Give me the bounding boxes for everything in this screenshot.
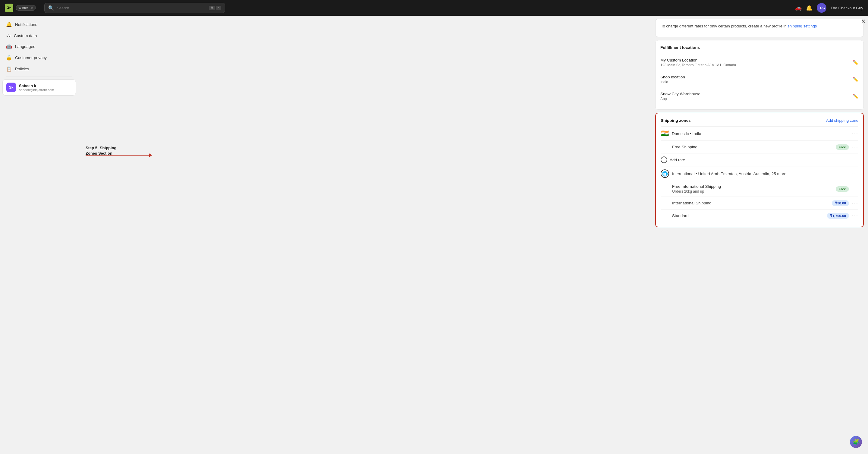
location-address: App xyxy=(660,97,701,101)
location-row-shop: Shop location India ✏️ xyxy=(660,71,859,88)
user-card-avatar: Sk xyxy=(6,83,16,92)
rate-info: Free International Shipping Orders 20kg … xyxy=(672,184,721,193)
rate-info: Standard xyxy=(672,213,689,218)
search-bar[interactable]: 🔍 ⌘ K xyxy=(44,3,225,13)
location-address: 123 Main St, Toronto Ontario A1A 1A1, Ca… xyxy=(660,63,736,67)
india-flag-icon: 🇮🇳 xyxy=(661,130,669,138)
winter-badge: Winter '25 xyxy=(16,5,36,10)
free-badge: Free xyxy=(836,144,849,150)
free-shipping-rate-row: Free Shipping Free ··· xyxy=(661,141,858,153)
rate-menu[interactable]: ··· xyxy=(852,144,858,150)
car-icon[interactable]: 🚗 xyxy=(795,4,802,11)
fulfillment-title: Fulfillment locations xyxy=(660,45,859,50)
standard-rate-row: Standard ₹1,700.00 ··· xyxy=(661,209,858,222)
sidebar-item-label: Custom data xyxy=(14,33,37,38)
rate-menu[interactable]: ··· xyxy=(852,186,858,192)
step-label: Step 5: ShippingZones Section xyxy=(86,145,117,156)
location-row-snow: Snow City Warehouse App ✏️ xyxy=(660,88,859,104)
zone-flag-info: 🇮🇳 Domestic • India xyxy=(661,130,701,138)
user-card-email: sabeeh@ninjafront.com xyxy=(19,88,54,92)
policies-icon: 📋 xyxy=(6,66,12,72)
cmd-key: ⌘ xyxy=(209,6,215,10)
sidebar-divider xyxy=(6,77,72,77)
rate-name: Free International Shipping xyxy=(672,184,721,189)
rate-menu[interactable]: ··· xyxy=(852,213,858,219)
rate-right: ₹1,700.00 ··· xyxy=(827,213,858,219)
sidebar-item-label: Customer privacy xyxy=(15,56,47,60)
user-card-name: Sabeeh k xyxy=(19,84,54,88)
rate-info: International Shipping xyxy=(672,201,712,205)
sidebar-item-notifications[interactable]: 🔔 Notifications xyxy=(2,19,76,30)
bell-sidebar-icon: 🔔 xyxy=(6,22,12,27)
sidebar-item-policies[interactable]: 📋 Policies xyxy=(2,64,76,74)
sidebar: 🔔 Notifications 🗂 Custom data 🤖 Language… xyxy=(0,16,79,454)
search-input[interactable] xyxy=(57,6,207,10)
user-name-label: The Checkout Guy xyxy=(831,6,863,10)
price-badge: ₹30.00 xyxy=(832,200,849,206)
shipping-zones-card: Shipping zones Add shipping zone 🇮🇳 Dome… xyxy=(655,113,864,227)
location-name: Shop location xyxy=(660,75,685,79)
arrow-indicator xyxy=(86,155,152,156)
international-zone-menu[interactable]: ··· xyxy=(852,171,858,177)
user-card-info: Sabeeh k sabeeh@ninjafront.com xyxy=(19,84,54,92)
rate-info: Free Shipping xyxy=(672,145,698,149)
plus-icon: + xyxy=(661,156,667,163)
close-button[interactable]: ✕ xyxy=(861,18,866,25)
location-name: My Custom Location xyxy=(660,58,736,62)
location-row-custom: My Custom Location 123 Main St, Toronto … xyxy=(660,54,859,71)
add-shipping-zone-link[interactable]: Add shipping zone xyxy=(826,118,858,123)
help-icon[interactable]: 🧩 xyxy=(850,436,862,448)
rate-right: ₹30.00 ··· xyxy=(832,200,858,206)
logo-area[interactable]: 🛍 Winter '25 xyxy=(5,4,36,12)
sidebar-item-custom-data[interactable]: 🗂 Custom data xyxy=(2,30,76,41)
rate-menu[interactable]: ··· xyxy=(852,200,858,206)
edit-icon-shop[interactable]: ✏️ xyxy=(852,77,859,82)
sidebar-item-label: Languages xyxy=(15,44,35,49)
international-zone-group: 🌐 International • United Arab Emirates, … xyxy=(661,166,858,222)
location-info: Shop location India xyxy=(660,75,685,84)
price-badge-std: ₹1,700.00 xyxy=(827,213,849,219)
languages-icon: 🤖 xyxy=(6,44,12,50)
top-navigation: 🛍 Winter '25 🔍 ⌘ K 🚗 🔔 TCG The Checkout … xyxy=(0,0,868,16)
rate-name: Standard xyxy=(672,213,689,218)
location-name: Snow City Warehouse xyxy=(660,92,701,96)
page-layout: 🔔 Notifications 🗂 Custom data 🤖 Language… xyxy=(0,16,868,454)
location-info: My Custom Location 123 Main St, Toronto … xyxy=(660,58,736,67)
search-icon: 🔍 xyxy=(48,5,54,11)
domestic-zone-group: 🇮🇳 Domestic • India ··· Free Shipping Fr… xyxy=(661,126,858,166)
k-key: K xyxy=(216,6,221,10)
globe-icon: 🌐 xyxy=(661,170,669,178)
lock-icon: 🔒 xyxy=(6,55,12,61)
user-card[interactable]: Sk Sabeeh k sabeeh@ninjafront.com xyxy=(2,79,76,96)
free-intl-rate-row: Free International Shipping Orders 20kg … xyxy=(661,181,858,196)
rate-sub: Orders 20kg and up xyxy=(672,189,721,193)
domestic-zone-name: Domestic • India xyxy=(672,131,701,136)
info-card: To charge different rates for only certa… xyxy=(655,19,864,37)
zone-flag-info: 🌐 International • United Arab Emirates, … xyxy=(661,170,786,178)
domestic-zone-row: 🇮🇳 Domestic • India ··· xyxy=(661,126,858,141)
bell-icon[interactable]: 🔔 xyxy=(806,4,812,11)
shipping-settings-link[interactable]: shipping settings xyxy=(787,24,817,28)
fulfillment-card: Fulfillment locations My Custom Location… xyxy=(655,40,864,110)
sidebar-item-customer-privacy[interactable]: 🔒 Customer privacy xyxy=(2,53,76,63)
international-zone-name: International • United Arab Emirates, Au… xyxy=(672,172,786,176)
user-avatar[interactable]: TCG xyxy=(817,3,827,13)
zones-header: Shipping zones Add shipping zone xyxy=(661,118,858,123)
edit-icon-custom[interactable]: ✏️ xyxy=(852,60,859,65)
shopify-logo-icon: 🛍 xyxy=(5,4,13,12)
search-shortcut: ⌘ K xyxy=(209,6,221,10)
edit-icon-snow[interactable]: ✏️ xyxy=(852,93,859,99)
nav-right: 🚗 🔔 TCG The Checkout Guy xyxy=(795,3,863,13)
add-rate-label: Add rate xyxy=(670,158,685,162)
zones-title: Shipping zones xyxy=(661,118,691,123)
rate-right: Free ··· xyxy=(836,186,858,192)
sidebar-item-languages[interactable]: 🤖 Languages xyxy=(2,41,76,52)
sidebar-item-label: Notifications xyxy=(15,22,37,27)
location-info: Snow City Warehouse App xyxy=(660,92,701,101)
domestic-zone-menu[interactable]: ··· xyxy=(852,130,858,137)
info-text: To charge different rates for only certa… xyxy=(660,24,859,32)
sidebar-item-label: Policies xyxy=(15,67,29,71)
add-rate-row[interactable]: + Add rate xyxy=(661,153,858,166)
international-zone-row: 🌐 International • United Arab Emirates, … xyxy=(661,166,858,181)
intl-shipping-rate-row: International Shipping ₹30.00 ··· xyxy=(661,196,858,209)
